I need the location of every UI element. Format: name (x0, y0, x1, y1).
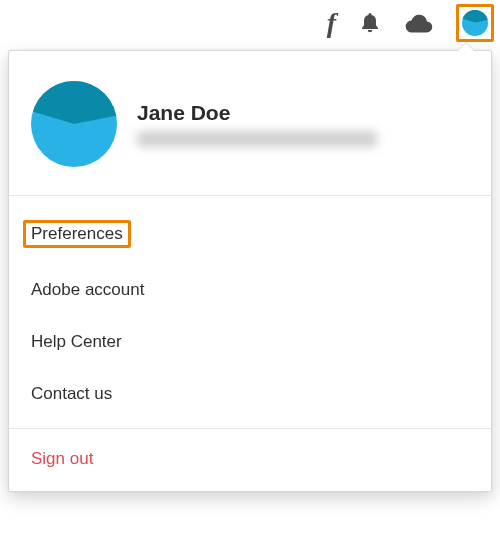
profile-dropdown: Jane Doe Preferences Adobe account Help … (8, 50, 492, 492)
menu-item-preferences[interactable]: Preferences (9, 204, 491, 264)
menu-list: Preferences Adobe account Help Center Co… (9, 196, 491, 429)
menu-item-label: Adobe account (31, 280, 144, 300)
avatar-icon (462, 10, 488, 36)
cloud-icon[interactable] (404, 13, 434, 33)
avatar-icon (31, 81, 117, 167)
menu-item-label: Help Center (31, 332, 122, 352)
menu-item-adobe-account[interactable]: Adobe account (9, 264, 491, 316)
menu-item-label: Preferences (23, 220, 131, 248)
user-block: Jane Doe (9, 51, 491, 196)
topbar: f (0, 0, 500, 46)
menu-item-label: Contact us (31, 384, 112, 404)
profile-avatar-button[interactable] (456, 4, 494, 42)
signout-label: Sign out (31, 449, 93, 468)
user-email-redacted (137, 131, 377, 147)
bell-icon[interactable] (358, 11, 382, 35)
user-name: Jane Doe (137, 101, 469, 125)
menu-item-help-center[interactable]: Help Center (9, 316, 491, 368)
menu-item-sign-out[interactable]: Sign out (9, 429, 491, 491)
user-info: Jane Doe (137, 101, 469, 147)
menu-item-contact-us[interactable]: Contact us (9, 368, 491, 420)
fonts-icon[interactable]: f (327, 9, 336, 37)
